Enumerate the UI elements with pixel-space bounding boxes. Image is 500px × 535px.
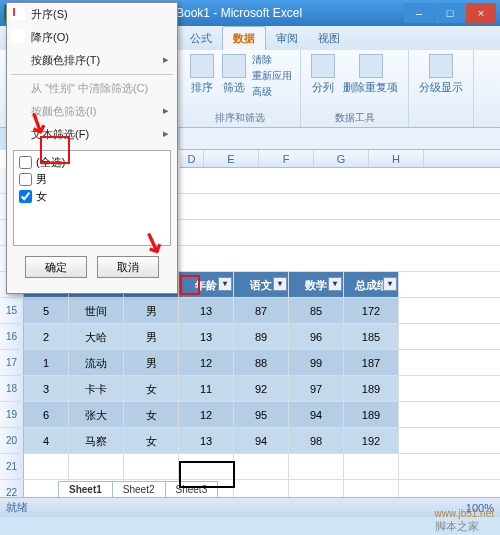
cell[interactable]: 89 <box>234 324 289 349</box>
cell[interactable]: 4 <box>24 428 69 453</box>
cell[interactable]: 172 <box>344 298 399 323</box>
tab-view[interactable]: 视图 <box>308 27 350 50</box>
cell[interactable]: 流动 <box>69 350 124 375</box>
cell[interactable]: 女 <box>124 376 179 401</box>
col-f[interactable]: F <box>259 150 314 167</box>
sort-desc[interactable]: 降序(O) <box>7 26 177 49</box>
dedup-button[interactable]: 删除重复项 <box>339 52 402 97</box>
maximize-button[interactable]: □ <box>435 3 465 23</box>
hdr-chinese[interactable]: 语文▾ <box>234 272 289 297</box>
group-outline: 分级显示 <box>409 50 474 127</box>
cancel-button[interactable]: 取消 <box>97 256 159 278</box>
row-header[interactable]: 16 <box>0 324 24 349</box>
check-female[interactable]: 女 <box>17 188 167 205</box>
sort-asc-icon <box>11 6 25 20</box>
cell[interactable]: 卡卡 <box>69 376 124 401</box>
cell[interactable]: 187 <box>344 350 399 375</box>
watermark: www.jb51.net 脚本之家 <box>435 508 494 534</box>
sort-bycolor[interactable]: 按颜色排序(T)▸ <box>7 49 177 72</box>
cell[interactable]: 12 <box>179 350 234 375</box>
hdr-total[interactable]: 总成绩▾ <box>344 272 399 297</box>
col-h[interactable]: H <box>369 150 424 167</box>
row-header[interactable]: 18 <box>0 376 24 401</box>
cell[interactable]: 男 <box>124 324 179 349</box>
cell[interactable]: 94 <box>234 428 289 453</box>
cell[interactable]: 女 <box>124 428 179 453</box>
cell[interactable]: 98 <box>289 428 344 453</box>
cell[interactable]: 13 <box>179 298 234 323</box>
cell[interactable]: 189 <box>344 402 399 427</box>
cell[interactable]: 2 <box>24 324 69 349</box>
row-header[interactable]: 19 <box>0 402 24 427</box>
row-header[interactable]: 17 <box>0 350 24 375</box>
cell[interactable]: 88 <box>234 350 289 375</box>
col-e[interactable]: E <box>204 150 259 167</box>
clear-button[interactable]: 清除 <box>250 52 294 68</box>
col-d[interactable]: D <box>180 150 204 167</box>
sort-icon <box>190 54 214 78</box>
cell[interactable]: 13 <box>179 428 234 453</box>
reapply-button[interactable]: 重新应用 <box>250 68 294 84</box>
hdr-age[interactable]: 年龄▾ <box>179 272 234 297</box>
formula-bar[interactable] <box>180 128 500 150</box>
cell[interactable]: 男 <box>124 298 179 323</box>
row-header[interactable]: 20 <box>0 428 24 453</box>
cell[interactable]: 189 <box>344 376 399 401</box>
cell[interactable]: 11 <box>179 376 234 401</box>
cell[interactable]: 85 <box>289 298 344 323</box>
cell[interactable]: 87 <box>234 298 289 323</box>
group-datatools: 分列 删除重复项 数据工具 <box>301 50 409 127</box>
cell[interactable]: 马察 <box>69 428 124 453</box>
cell[interactable]: 95 <box>234 402 289 427</box>
tab-review[interactable]: 审阅 <box>266 27 308 50</box>
cell[interactable]: 男 <box>124 350 179 375</box>
advanced-button[interactable]: 高级 <box>250 84 294 100</box>
group-label: 排序和筛选 <box>186 111 294 125</box>
sheet1-tab[interactable]: Sheet1 <box>58 481 113 497</box>
minimize-button[interactable]: – <box>404 3 434 23</box>
funnel-icon <box>222 54 246 78</box>
cell[interactable]: 3 <box>24 376 69 401</box>
check-male[interactable]: 男 <box>17 171 167 188</box>
check-all[interactable]: (全选) <box>17 154 167 171</box>
cell[interactable]: 97 <box>289 376 344 401</box>
cell[interactable]: 12 <box>179 402 234 427</box>
cell[interactable]: 99 <box>289 350 344 375</box>
tab-formula[interactable]: 公式 <box>180 27 222 50</box>
outline-icon <box>429 54 453 78</box>
close-button[interactable]: × <box>466 3 496 23</box>
cell[interactable]: 92 <box>234 376 289 401</box>
cell[interactable]: 13 <box>179 324 234 349</box>
sort-asc[interactable]: 升序(S) <box>7 3 177 26</box>
cell[interactable]: 世间 <box>69 298 124 323</box>
col-g[interactable]: G <box>314 150 369 167</box>
row-header[interactable]: 21 <box>0 454 24 479</box>
hdr-math[interactable]: 数学▾ <box>289 272 344 297</box>
filter-button[interactable]: 筛选 <box>218 52 250 100</box>
cell[interactable]: 大哈 <box>69 324 124 349</box>
row-header[interactable]: 15 <box>0 298 24 323</box>
filter-checklist: (全选) 男 女 <box>13 150 171 246</box>
cell[interactable]: 1 <box>24 350 69 375</box>
cell[interactable]: 192 <box>344 428 399 453</box>
ok-button[interactable]: 确定 <box>25 256 87 278</box>
sort-button[interactable]: 排序 <box>186 52 218 100</box>
chevron-right-icon: ▸ <box>163 53 169 66</box>
window-title: Book1 - Microsoft Excel <box>176 6 403 20</box>
cell[interactable]: 5 <box>24 298 69 323</box>
sheet3-tab[interactable]: Sheet3 <box>165 481 219 497</box>
filter-bycolor: 按颜色筛选(I)▸ <box>7 100 177 123</box>
text2col-button[interactable]: 分列 <box>307 52 339 97</box>
cell[interactable]: 94 <box>289 402 344 427</box>
autofilter-popup: 升序(S) 降序(O) 按颜色排序(T)▸ 从 "性别" 中清除筛选(C) 按颜… <box>6 2 178 294</box>
tab-data[interactable]: 数据 <box>222 26 266 50</box>
cell[interactable]: 女 <box>124 402 179 427</box>
cell[interactable]: 6 <box>24 402 69 427</box>
outline-button[interactable]: 分级显示 <box>415 52 467 97</box>
cell[interactable]: 96 <box>289 324 344 349</box>
sheet2-tab[interactable]: Sheet2 <box>112 481 166 497</box>
cell[interactable]: 185 <box>344 324 399 349</box>
column-headers: D E F G H <box>180 150 500 168</box>
text-filter[interactable]: 文本筛选(F)▸ <box>7 123 177 146</box>
cell[interactable]: 张大 <box>69 402 124 427</box>
